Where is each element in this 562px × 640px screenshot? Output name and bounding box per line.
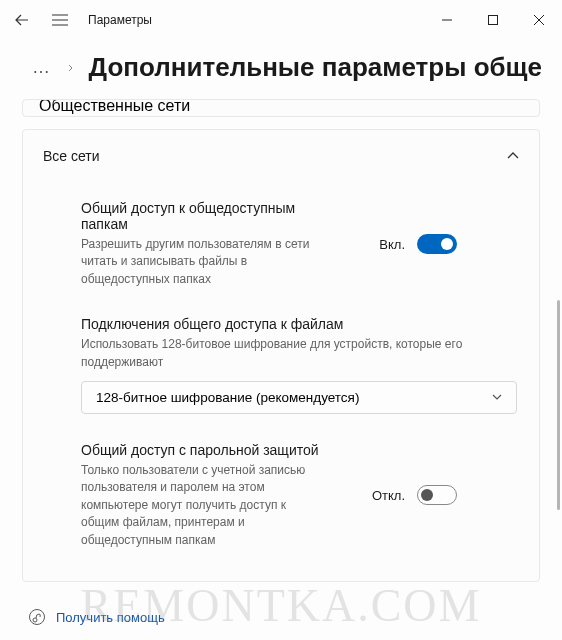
back-arrow-icon xyxy=(15,13,29,27)
setting-text: Подключения общего доступа к файлам Испо… xyxy=(81,316,517,371)
setting-control: Откл. xyxy=(337,442,457,549)
chevron-down-icon xyxy=(492,394,502,400)
footer: Получить помощь xyxy=(28,608,165,626)
setting-control: Вкл. xyxy=(337,200,457,288)
public-folder-sharing-desc: Разрешить другим пользователям в сети чи… xyxy=(81,236,321,288)
password-sharing-title: Общий доступ с парольной защитой xyxy=(81,442,321,458)
setting-text: Общий доступ с парольной защитой Только … xyxy=(81,442,321,549)
svg-point-1 xyxy=(30,610,45,625)
close-button[interactable] xyxy=(516,4,562,36)
public-folder-sharing-title: Общий доступ к общедоступным папкам xyxy=(81,200,321,232)
file-sharing-desc: Использовать 128-битовое шифрование для … xyxy=(81,336,517,371)
hamburger-icon xyxy=(52,14,68,26)
file-sharing-title: Подключения общего доступа к файлам xyxy=(81,316,517,332)
back-button[interactable] xyxy=(12,10,32,30)
titlebar-controls xyxy=(424,4,562,36)
all-networks-section: Все сети Общий доступ к общедоступным па… xyxy=(22,129,540,582)
file-sharing-connections-setting: Подключения общего доступа к файлам Испо… xyxy=(23,302,539,375)
get-help-link[interactable]: Получить помощь xyxy=(56,610,165,625)
toggle-state-label: Откл. xyxy=(372,488,405,503)
toggle-state-label: Вкл. xyxy=(379,237,405,252)
help-icon xyxy=(28,608,46,626)
window-title: Параметры xyxy=(88,13,152,27)
svg-rect-0 xyxy=(489,16,498,25)
maximize-icon xyxy=(488,15,498,25)
page-header: … Дополнительные параметры обще xyxy=(0,40,562,99)
hamburger-button[interactable] xyxy=(50,10,70,30)
close-icon xyxy=(534,15,544,25)
password-sharing-toggle[interactable] xyxy=(417,485,457,505)
public-folder-sharing-toggle[interactable] xyxy=(417,234,457,254)
scrollbar[interactable] xyxy=(557,300,560,510)
encryption-dropdown-value: 128-битное шифрование (рекомендуется) xyxy=(96,390,359,405)
setting-text: Общий доступ к общедоступным папкам Разр… xyxy=(81,200,321,288)
minimize-icon xyxy=(442,15,452,25)
breadcrumb-overflow[interactable]: … xyxy=(32,57,52,78)
encryption-dropdown[interactable]: 128-битное шифрование (рекомендуется) xyxy=(81,381,517,414)
password-protected-sharing-setting: Общий доступ с парольной защитой Только … xyxy=(23,422,539,563)
all-networks-header[interactable]: Все сети xyxy=(23,130,539,182)
page-title: Дополнительные параметры обще xyxy=(89,52,542,83)
titlebar-left: Параметры xyxy=(12,10,152,30)
public-networks-title: Общественные сети xyxy=(39,99,190,115)
public-folder-sharing-setting: Общий доступ к общедоступным папкам Разр… xyxy=(23,186,539,302)
chevron-up-icon xyxy=(507,152,519,160)
minimize-button[interactable] xyxy=(424,4,470,36)
all-networks-body: Общий доступ к общедоступным папкам Разр… xyxy=(23,182,539,581)
maximize-button[interactable] xyxy=(470,4,516,36)
content-area: Общественные сети Все сети Общий доступ … xyxy=(0,99,562,629)
svg-point-2 xyxy=(33,618,37,622)
titlebar: Параметры xyxy=(0,0,562,40)
chevron-right-icon xyxy=(68,62,73,74)
public-networks-section[interactable]: Общественные сети xyxy=(22,99,540,117)
all-networks-title: Все сети xyxy=(43,148,100,164)
password-sharing-desc: Только пользователи с учетной записью по… xyxy=(81,462,321,549)
